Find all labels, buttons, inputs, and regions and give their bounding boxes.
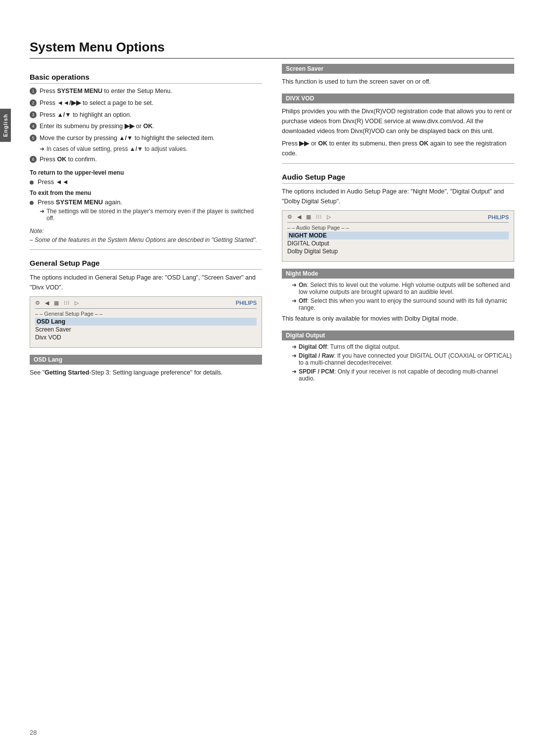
menu-item-digital-output: DIGITAL Output	[287, 239, 509, 247]
step-number: 3	[30, 111, 37, 118]
list-item: 5 Move the cursor by pressing ▲/▼ to hig…	[30, 134, 262, 143]
divider	[30, 249, 262, 250]
menu-header: – – General Setup Page – –	[35, 311, 257, 317]
exit-item: Press SYSTEM MENU again.	[30, 198, 262, 206]
menu-item-dolby: Dolby Digital Setup	[287, 247, 509, 255]
night-mode-off-text: Off: Select this when you want to enjoy …	[299, 297, 514, 311]
step5-note-text: In cases of value setting, press ▲/▼ to …	[46, 145, 187, 152]
step-bold: ▲/▼	[57, 111, 71, 118]
philips-logo: PHILIPS	[236, 300, 257, 306]
audio-setup-title: Audio Setup Page	[282, 173, 514, 184]
language-tab: English	[0, 109, 11, 142]
exit-label: To exit from the menu	[30, 189, 262, 196]
divx-vod-instruction: Press ▶▶ or OK to enter its submenu, the…	[282, 139, 514, 158]
gear-icon: ⚙	[287, 214, 292, 220]
step-bold: SYSTEM MENU	[57, 88, 102, 94]
return-bold: ◄◄	[56, 178, 69, 186]
dots-icon: ⁝⁝⁝	[64, 300, 70, 306]
step-text: Press ◄◄/▶▶ to select a page to be set.	[40, 98, 153, 108]
spdif-pcm-text: SPDIF / PCM: Only if your receiver is no…	[299, 368, 514, 382]
dots-icon: ⁝⁝⁝	[316, 214, 322, 220]
vol-icon: ◀	[297, 214, 301, 220]
note-block: Note: – Some of the features in the Syst…	[30, 227, 262, 244]
menu-icon: ▦	[306, 214, 311, 220]
night-mode-on-text: On: Select this to level out the volume.…	[299, 282, 514, 295]
list-item: 2 Press ◄◄/▶▶ to select a page to be set…	[30, 98, 262, 108]
gear-icon: ⚙	[35, 300, 40, 306]
digital-raw-text: Digital / Raw: If you have connected you…	[299, 352, 514, 366]
digital-raw: ➜ Digital / Raw: If you have connected y…	[292, 352, 514, 366]
exit-note: ➜ The settings will be stored in the pla…	[40, 208, 262, 222]
page-number: 28	[30, 729, 37, 736]
basic-operations-title: Basic operations	[30, 73, 262, 84]
list-item: 6 Press OK to confirm.	[30, 155, 262, 164]
step-bold: ◄◄/▶▶	[57, 99, 81, 106]
main-content: System Menu Options Basic operations 1 P…	[30, 30, 514, 383]
arrow-icon: ➜	[292, 297, 297, 304]
two-column-layout: Basic operations 1 Press SYSTEM MENU to …	[30, 64, 514, 383]
digital-off-text: Digital Off: Turns off the digital outpu…	[299, 343, 400, 350]
menu-item-nightmode: NIGHT MODE	[287, 232, 509, 239]
note-text: – Some of the features in the System Men…	[30, 236, 257, 243]
step-number: 1	[30, 88, 37, 94]
page-title: System Menu Options	[30, 40, 514, 59]
general-setup-description: The options included in General Setup Pa…	[30, 273, 262, 292]
vol-icon: ◀	[45, 300, 49, 306]
digital-off: ➜ Digital Off: Turns off the digital out…	[292, 343, 514, 350]
osd-lang-text: See "Getting Started-Step 3: Setting lan…	[30, 368, 262, 378]
exit-bold: SYSTEM MENU	[56, 198, 103, 206]
left-column: Basic operations 1 Press SYSTEM MENU to …	[30, 64, 262, 383]
menu-item-divxvod: Divx VOD	[35, 333, 257, 341]
screen-saver-bar: Screen Saver	[282, 64, 514, 74]
exit-note-text: The settings will be stored in the playe…	[46, 208, 262, 222]
arrow-icon: ▷	[327, 214, 331, 220]
note-label: Note:	[30, 228, 44, 235]
step-text: Enter its submenu by pressing ▶▶ or OK.	[40, 122, 154, 131]
osd-lang-bar: OSD Lang	[30, 355, 262, 365]
menu-header: – – Audio Setup Page – –	[287, 225, 509, 231]
list-item: 3 Press ▲/▼ to highlight an option.	[30, 110, 262, 120]
digital-output-bar: Digital Output	[282, 331, 514, 340]
night-mode-bar: Night Mode	[282, 269, 514, 279]
menu-icons-row: ⚙ ◀ ▦ ⁝⁝⁝ ▷ PHILIPS	[287, 214, 509, 223]
bullet-icon	[30, 201, 34, 205]
right-column: Screen Saver This function is used to tu…	[282, 64, 514, 383]
arrow-icon: ➜	[40, 145, 44, 152]
step-text: Press SYSTEM MENU to enter the Setup Men…	[40, 87, 172, 96]
general-setup-title: General Setup Page	[30, 259, 262, 270]
menu-item-screensaver: Screen Saver	[35, 326, 257, 333]
basic-operations-list: 1 Press SYSTEM MENU to enter the Setup M…	[30, 87, 262, 143]
arrow-icon: ➜	[292, 343, 297, 350]
step-text: Press OK to confirm.	[40, 155, 97, 164]
step-number: 6	[30, 156, 37, 163]
list-item: 1 Press SYSTEM MENU to enter the Setup M…	[30, 87, 262, 96]
spdif-pcm: ➜ SPDIF / PCM: Only if your receiver is …	[292, 368, 514, 382]
exit-text: Press SYSTEM MENU again.	[38, 198, 122, 206]
return-label: To return to the upper-level menu	[30, 169, 262, 176]
arrow-icon: ➜	[40, 208, 44, 215]
arrow-icon: ▷	[75, 300, 79, 306]
return-text: Press ◄◄	[38, 178, 69, 186]
night-mode-on: ➜ On: Select this to level out the volum…	[292, 282, 514, 295]
page-container: English System Menu Options Basic operat…	[0, 0, 534, 756]
return-item: Press ◄◄	[30, 178, 262, 186]
step5-note: ➜ In cases of value setting, press ▲/▼ t…	[40, 145, 262, 152]
step-text: Press ▲/▼ to highlight an option.	[40, 110, 132, 120]
divider	[282, 163, 514, 164]
divx-vod-description: Philips provides you with the Divx(R)VOD…	[282, 106, 514, 136]
arrow-icon: ➜	[292, 282, 297, 288]
step-number: 5	[30, 135, 37, 142]
screen-saver-text: This function is used to turn the screen…	[282, 77, 514, 87]
step-bold: OK	[57, 156, 66, 163]
step-text: Move the cursor by pressing ▲/▼ to highl…	[40, 134, 215, 143]
arrow-icon: ➜	[292, 368, 297, 375]
bullet-icon	[30, 181, 34, 185]
menu-icons-row: ⚙ ◀ ▦ ⁝⁝⁝ ▷ PHILIPS	[35, 300, 257, 309]
divx-vod-bar: DIVX VOD	[282, 94, 514, 103]
night-mode-off: ➜ Off: Select this when you want to enjo…	[292, 297, 514, 311]
philips-logo: PHILIPS	[488, 214, 509, 220]
step-bold: OK	[143, 123, 153, 130]
night-mode-note: This feature is only available for movie…	[282, 314, 514, 324]
general-setup-menu: ⚙ ◀ ▦ ⁝⁝⁝ ▷ PHILIPS – – General Setup Pa…	[30, 296, 262, 348]
menu-icon: ▦	[54, 300, 59, 306]
